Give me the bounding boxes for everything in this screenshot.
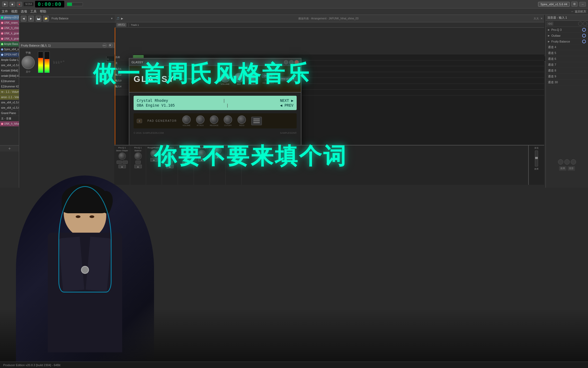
bm-knob-3[interactable] (150, 150, 158, 157)
db-18: -18 (55, 61, 58, 64)
fruity-minimize-btn[interactable]: — (103, 43, 107, 48)
right-panel-item-ch8[interactable]: 通道 8 (546, 68, 588, 74)
pad-redd-knob[interactable] (237, 115, 246, 124)
pad-volume-knob[interactable] (182, 115, 191, 124)
icon-btn-1[interactable]: ◀ (21, 16, 27, 22)
channel-item-snare[interactable]: UNK_snare_sexy + (0, 20, 19, 26)
channel-item-ezdrummer1[interactable]: EZdrummer (0, 79, 19, 84)
channel-item-spire3[interactable]: sire_x64_v1.5.6 #3 (0, 100, 19, 105)
arr-zoom-btn[interactable]: 大大 (534, 17, 539, 20)
menu-tools[interactable]: 工具 (30, 9, 37, 14)
channel-item-grandpiano[interactable]: Grand Piano (0, 111, 19, 116)
hamburger-menu-btn[interactable] (251, 117, 262, 125)
channel-item-ching[interactable]: UNK_h_ching_02 + (0, 26, 19, 31)
icon-btn-folder[interactable]: 📁 (43, 16, 49, 22)
plugin-minimize-btn[interactable] (284, 60, 288, 64)
channel-item-hihat[interactable]: UNK_h_hihat_sine_03 + (0, 121, 19, 127)
pad-type-btn[interactable] (137, 119, 142, 123)
channel-item-kontakt2[interactable]: ontakt [64bit] #2 (0, 73, 19, 79)
bm-knob-4[interactable] (166, 152, 174, 160)
right-panel-item-ch30[interactable]: 通道 30 (546, 80, 588, 85)
right-knob-2[interactable] (564, 159, 570, 165)
bm-up-2[interactable]: ▲ (134, 165, 142, 168)
bm-btn-1b[interactable] (122, 161, 128, 164)
bm-knob-5[interactable] (182, 152, 190, 160)
channel-item-glassy[interactable]: glassy-v16 [64bit] (0, 15, 19, 20)
right-panel-item-ch7[interactable]: 通道 7 (546, 62, 588, 68)
balance-knob[interactable] (22, 56, 35, 69)
record-btn[interactable]: ● (17, 2, 22, 7)
bm-up-7[interactable]: ▲ (214, 155, 221, 158)
channel-item-kontakt1[interactable]: Kontakt [64bit] (0, 68, 19, 73)
icon-btn-2[interactable]: ▶ (28, 16, 34, 22)
menu-file[interactable]: 文件 (2, 9, 8, 14)
mix-knob[interactable] (234, 73, 244, 82)
icon-btn-piano[interactable]: 🎹 (36, 16, 41, 22)
right-expand-btn[interactable]: ◁◁ (547, 22, 553, 26)
channel-item-vol1[interactable]: re - 1.1 - Volume (0, 89, 19, 95)
bm-up-4[interactable]: ▲ (166, 165, 174, 168)
plugin-close-btn[interactable] (295, 60, 299, 64)
transport-mode-btn[interactable]: 3样式1 (116, 23, 126, 27)
channel-item-bass[interactable]: Ample Bass Y (0, 41, 19, 47)
menu-help[interactable]: 帮助 (40, 9, 46, 14)
export-btn[interactable]: → (579, 2, 586, 7)
right-panel-item-ch9[interactable]: 通道 9 (546, 74, 588, 80)
channel-item-ezdrummer2[interactable]: EZdrummer #2 (0, 84, 19, 89)
right-panel-item-ch4[interactable]: 通道 4 (546, 44, 588, 50)
plugin-maximize-btn[interactable] (289, 60, 293, 64)
bm-knob-2[interactable] (134, 152, 142, 160)
right-knob-1[interactable] (558, 159, 563, 165)
bm-up-5[interactable]: ▲ (182, 161, 190, 164)
bm-btn-4a[interactable] (167, 161, 173, 164)
bm-knob-8[interactable] (230, 147, 237, 154)
channel-item-openhat[interactable]: OPEN HAT 05 + (0, 52, 19, 57)
channel-item-main[interactable]: 主 - 音量 (0, 116, 19, 121)
right-mix-btn[interactable]: 混音 (568, 166, 575, 171)
bm-btn-1a[interactable] (117, 161, 122, 164)
right-panel-item-ch5[interactable]: 通道 5 (546, 50, 588, 56)
channel-item-kick2[interactable]: UNK_k_grainy #3 + (0, 36, 19, 41)
pad-cut-ctrl: CUTOFF (224, 115, 232, 126)
volume-knob[interactable] (220, 73, 230, 82)
stop-btn[interactable]: ■ (10, 2, 15, 7)
nav-back[interactable]: ← 返回机车 (571, 10, 586, 14)
bm-knob-6[interactable] (198, 150, 206, 157)
bm-up-1[interactable]: ▲ (118, 165, 126, 168)
channel-item-spire2[interactable]: sire_x64_v1.5.6 #2 (0, 63, 19, 68)
bm-knob-1[interactable] (118, 152, 126, 160)
send-fader[interactable] (535, 150, 538, 166)
menu-view[interactable]: 视图 (11, 9, 18, 14)
panel-toggle[interactable]: ▼ (110, 17, 113, 20)
onoff-btn[interactable]: ON/OFF (262, 74, 275, 78)
pad-attack-knob[interactable] (196, 115, 204, 124)
right-panel-item-fruitybal[interactable]: Fruity Balance (546, 39, 588, 44)
fruity-close-btn[interactable]: ✕ (109, 43, 113, 48)
arr-close-btn[interactable]: ✕ (540, 17, 543, 20)
chorus-knob[interactable] (248, 73, 258, 82)
right-panel-item-ch6[interactable]: 通道 6 (546, 56, 588, 62)
right-circ-2[interactable] (583, 22, 587, 26)
channel-item-spire4[interactable]: sire_x64_v1.5.6 #4 (0, 105, 19, 111)
presets-btn[interactable]: PRESETS ▼ (279, 77, 297, 81)
bm-knob-7[interactable] (214, 147, 221, 154)
pad-release-knob[interactable] (210, 115, 218, 124)
right-knob-3[interactable] (571, 159, 576, 165)
channel-item-vol2[interactable]: ance -1.1 - Volume (0, 95, 19, 100)
right-panel-item-outlaw[interactable]: Outlaw (546, 33, 588, 39)
channel-item-kick1[interactable]: UNK_k_grainy #2 + (0, 31, 19, 36)
add-channel-btn[interactable]: + (0, 145, 19, 152)
menu-options[interactable]: 选项 (21, 9, 27, 14)
right-fx-btn[interactable]: 效果 (559, 166, 566, 171)
logo-btn[interactable]: ▶ (2, 2, 8, 7)
right-circ-1[interactable] (578, 22, 582, 26)
bm-up-3[interactable]: ▲ (150, 158, 158, 162)
bm-up-8[interactable]: ▲ (230, 155, 237, 158)
bm-btn-2a[interactable] (135, 161, 141, 164)
pad-cutoff-knob[interactable] (224, 115, 232, 124)
channel-item-guitar[interactable]: Ample Guitar L (0, 57, 19, 63)
right-panel-item-proq3[interactable]: Pro-Q 3 (546, 27, 588, 33)
channel-item-spire[interactable]: Spire_x64_v1.5.6 (0, 47, 19, 52)
arrow-btn[interactable]: ⚙ (571, 2, 578, 7)
bm-up-6[interactable]: ▲ (198, 158, 206, 162)
